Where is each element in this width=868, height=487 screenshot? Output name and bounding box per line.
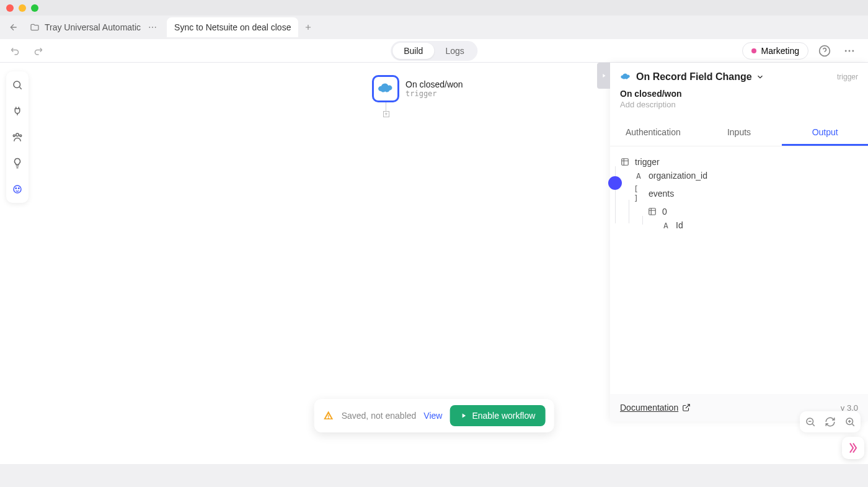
tab-more-button[interactable]: ⋯ [146, 22, 159, 32]
workflow-canvas[interactable]: On closed/won trigger + On Record Field … [0, 63, 868, 464]
logs-mode-button[interactable]: Logs [434, 43, 475, 59]
array-icon: [ ] [634, 184, 644, 203]
window-minimize-icon[interactable] [19, 4, 26, 12]
tab-inputs[interactable]: Inputs [696, 120, 782, 146]
zoom-reset-button[interactable] [825, 416, 836, 427]
external-link-icon [682, 403, 691, 412]
warning-icon [323, 410, 334, 421]
window-close-icon[interactable] [6, 4, 14, 12]
node-connector-line [386, 102, 386, 111]
connectors-button[interactable] [9, 102, 26, 120]
workflow-node-trigger[interactable]: On closed/won trigger [372, 75, 463, 102]
bottom-bar [0, 464, 868, 487]
enable-workflow-button[interactable]: Enable workflow [450, 405, 545, 426]
environment-dot-icon [751, 48, 756, 53]
svg-point-9 [16, 188, 17, 189]
tab-workflow[interactable]: Sync to Netsuite on deal close [167, 17, 298, 37]
play-icon [459, 412, 467, 419]
step-description-input[interactable]: Add description [620, 100, 858, 109]
team-button[interactable] [9, 128, 26, 146]
svg-point-5 [16, 133, 19, 136]
salesforce-icon [620, 73, 631, 81]
tree-node-field[interactable]: A organization_id [620, 169, 858, 182]
window-titlebar [0, 0, 868, 16]
output-tree: trigger A organization_id [ ] events 0 A… [610, 146, 868, 394]
node-title: On closed/won [405, 79, 463, 89]
tab-label: Tray Universal Automatic [45, 22, 141, 32]
tree-node-field[interactable]: A Id [620, 218, 858, 232]
search-button[interactable] [9, 76, 26, 94]
status-text: Saved, not enabled [342, 411, 417, 421]
suggestions-button[interactable] [9, 154, 26, 172]
step-name[interactable]: On closed/won [620, 89, 858, 99]
ai-button[interactable] [9, 181, 26, 198]
folder-icon [30, 22, 40, 32]
status-bar: Saved, not enabled View Enable workflow [314, 399, 554, 432]
tab-authentication[interactable]: Authentication [610, 120, 696, 146]
new-tab-button[interactable] [298, 17, 318, 37]
window-maximize-icon[interactable] [31, 4, 38, 12]
back-button[interactable] [5, 19, 22, 36]
tree-node-array[interactable]: [ ] events [620, 182, 858, 205]
tree-node-item[interactable]: 0 [620, 205, 858, 218]
panel-badge: trigger [837, 73, 858, 81]
left-rail [6, 71, 29, 203]
inspector-panel: On Record Field Change trigger On closed… [610, 63, 868, 421]
object-icon [620, 158, 630, 166]
redo-button[interactable] [32, 45, 43, 56]
help-button[interactable] [816, 42, 833, 60]
node-icon-box [372, 75, 399, 102]
build-mode-button[interactable]: Build [392, 43, 434, 59]
add-step-button[interactable]: + [383, 111, 389, 117]
svg-point-0 [820, 45, 830, 56]
object-icon [647, 207, 657, 216]
svg-point-4 [14, 81, 20, 88]
documentation-link[interactable]: Documentation [620, 403, 691, 413]
brand-fab-button[interactable] [842, 437, 864, 459]
tab-output[interactable]: Output [782, 120, 868, 146]
zoom-out-button[interactable] [805, 416, 816, 427]
node-subtitle: trigger [405, 89, 463, 98]
svg-point-10 [19, 188, 20, 189]
environment-label: Marketing [761, 46, 799, 56]
svg-point-8 [14, 185, 21, 193]
svg-rect-11 [622, 159, 629, 166]
toolbar: Build Logs Marketing [0, 39, 868, 63]
svg-rect-12 [649, 208, 656, 215]
panel-tabs: Authentication Inputs Output [610, 120, 868, 146]
salesforce-icon [377, 83, 394, 95]
undo-button[interactable] [10, 45, 21, 56]
environment-chip[interactable]: Marketing [742, 42, 808, 60]
svg-point-6 [13, 135, 15, 136]
chevron-down-icon [756, 73, 764, 81]
tab-project[interactable]: Tray Universal Automatic ⋯ [22, 17, 167, 37]
tabbar: Tray Universal Automatic ⋯ Sync to Netsu… [0, 16, 868, 39]
svg-point-2 [849, 50, 851, 51]
string-icon: A [661, 221, 671, 230]
panel-title[interactable]: On Record Field Change [636, 71, 832, 83]
zoom-controls [800, 411, 861, 432]
svg-point-7 [20, 135, 22, 136]
string-icon: A [634, 171, 644, 181]
mode-toggle: Build Logs [391, 41, 477, 61]
svg-point-3 [852, 50, 854, 51]
collapse-panel-button[interactable] [597, 63, 610, 89]
svg-point-1 [845, 50, 847, 51]
zoom-in-button[interactable] [844, 416, 856, 427]
brand-icon [847, 442, 859, 454]
tree-node-root[interactable]: trigger [620, 155, 858, 169]
tab-label: Sync to Netsuite on deal close [174, 22, 291, 32]
more-button[interactable] [841, 42, 858, 60]
view-link[interactable]: View [423, 411, 442, 421]
